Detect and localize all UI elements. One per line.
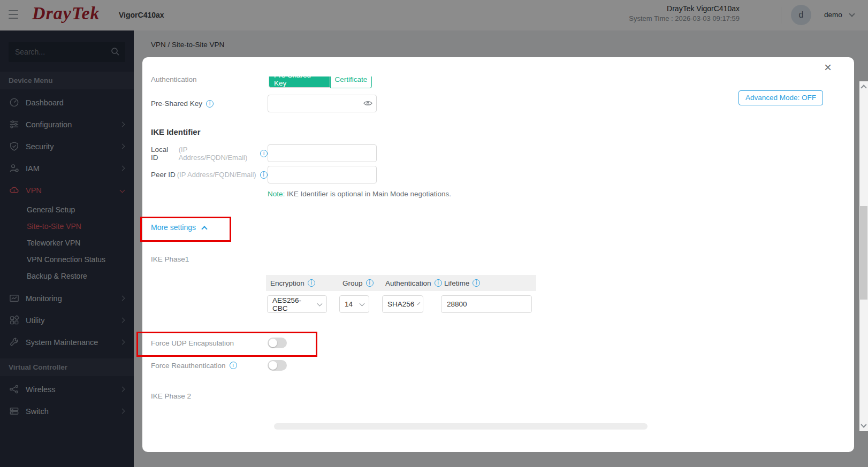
vertical-scrollbar[interactable]: [859, 81, 868, 431]
eye-icon[interactable]: [363, 100, 372, 106]
ike-identifier-heading: IKE Identifier: [142, 127, 854, 136]
local-id-input[interactable]: [268, 144, 377, 162]
encryption-select[interactable]: AES256-CBC: [267, 295, 327, 313]
local-id-hint: (IP Address/FQDN/Email): [179, 146, 256, 162]
col-encryption: Encryption: [270, 279, 304, 287]
note-label: Note:: [268, 190, 285, 198]
force-reauth-label: Force Reauthentication: [151, 362, 226, 370]
info-icon[interactable]: i: [366, 279, 374, 287]
ike-phase1-table-header: Encryptioni Groupi Authenticationi Lifet…: [266, 275, 536, 291]
pre-shared-key-input[interactable]: [268, 95, 377, 112]
group-select[interactable]: 14: [339, 295, 369, 313]
col-group: Group: [342, 279, 363, 287]
authentication-tabs: Pre-Shared Key Certificate: [268, 76, 372, 88]
chevron-down-icon: [417, 302, 421, 305]
ike-phase1-heading: IKE Phase1: [142, 255, 854, 263]
vpn-profile-modal: × Advanced Mode: OFF Authentication Pre-…: [142, 57, 854, 452]
col-authentication: Authentication: [385, 279, 431, 287]
force-reauth-toggle[interactable]: [268, 360, 287, 371]
chevron-down-icon: [317, 301, 323, 306]
info-icon[interactable]: i: [260, 171, 268, 179]
lifetime-input[interactable]: [441, 295, 532, 313]
ike-phase2-heading: IKE Phase 2: [142, 392, 854, 400]
modal-body: Advanced Mode: OFF Authentication Pre-Sh…: [142, 76, 854, 452]
scrollbar-thumb[interactable]: [860, 206, 867, 300]
peer-id-label: Peer ID: [151, 171, 176, 179]
chevron-up-icon: [201, 226, 207, 232]
info-icon[interactable]: i: [308, 279, 315, 287]
col-lifetime: Lifetime: [444, 279, 469, 287]
scroll-up-icon[interactable]: [861, 85, 866, 90]
authentication-select[interactable]: SHA256: [382, 295, 423, 313]
peer-id-hint: (IP Address/FQDN/Email): [177, 171, 256, 179]
note-text: IKE Identifier is optional in Main Mode …: [287, 190, 451, 198]
peer-id-input[interactable]: [268, 166, 377, 183]
authentication-value: SHA256: [387, 300, 414, 308]
info-icon[interactable]: i: [260, 150, 268, 157]
force-udp-label: Force UDP Encapsulation: [151, 339, 234, 347]
ike-phase1-controls: AES256-CBC 14 SHA256: [266, 295, 536, 313]
tab-certificate[interactable]: Certificate: [330, 76, 372, 88]
pre-shared-key-label: Pre-Shared Key: [151, 99, 202, 108]
authentication-label: Authentication: [151, 76, 197, 83]
ike-note: Note: IKE Identifier is optional in Main…: [142, 190, 854, 198]
encryption-value: AES256-CBC: [272, 296, 314, 312]
force-udp-toggle[interactable]: [268, 338, 287, 348]
scroll-down-icon[interactable]: [861, 422, 866, 427]
close-icon[interactable]: ×: [821, 60, 835, 74]
horizontal-scrollbar[interactable]: [274, 423, 648, 430]
tab-pre-shared-key[interactable]: Pre-Shared Key: [269, 76, 330, 88]
more-settings-label: More settings: [151, 223, 196, 232]
chevron-down-icon: [360, 301, 365, 306]
info-icon[interactable]: i: [473, 279, 480, 287]
advanced-mode-button[interactable]: Advanced Mode: OFF: [738, 90, 823, 105]
group-value: 14: [345, 300, 353, 308]
more-settings-toggle[interactable]: More settings: [142, 223, 854, 232]
info-icon[interactable]: i: [206, 100, 214, 108]
info-icon[interactable]: i: [230, 362, 237, 369]
local-id-label: Local ID: [151, 146, 177, 162]
